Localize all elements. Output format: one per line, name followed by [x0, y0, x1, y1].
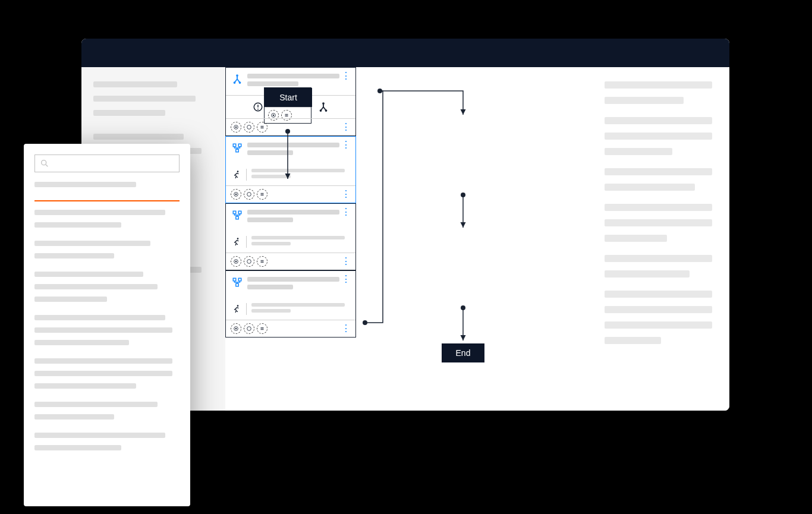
svg-point-26: [235, 261, 237, 263]
badge-icon: [244, 189, 254, 200]
more-menu-icon[interactable]: ⋮: [341, 210, 351, 215]
svg-point-3: [234, 81, 236, 84]
svg-point-42: [363, 320, 367, 325]
list-item[interactable]: [34, 445, 121, 450]
list-item[interactable]: [34, 241, 150, 246]
svg-rect-23: [236, 216, 239, 219]
svg-rect-29: [238, 278, 241, 281]
search-input[interactable]: [34, 154, 180, 172]
svg-rect-28: [233, 278, 236, 281]
task-detail-row: [226, 231, 355, 253]
svg-point-31: [237, 305, 239, 307]
merge-icon: [318, 102, 329, 112]
svg-point-24: [237, 238, 239, 239]
task-node[interactable]: ⋮ ⋮: [225, 203, 356, 270]
list-item[interactable]: [34, 383, 136, 389]
more-menu-icon[interactable]: ⋮: [341, 125, 351, 130]
list-item[interactable]: [34, 402, 158, 407]
task-detail-row: [226, 164, 355, 185]
list-item[interactable]: [34, 272, 143, 277]
more-menu-icon[interactable]: ⋮: [341, 326, 351, 331]
svg-point-27: [247, 260, 251, 264]
badge-icon: [257, 122, 267, 133]
list-item[interactable]: [34, 297, 107, 302]
search-panel[interactable]: [24, 144, 190, 506]
end-node[interactable]: End: [442, 343, 484, 362]
list-item[interactable]: [34, 327, 172, 333]
window-titlebar: [81, 39, 729, 67]
svg-rect-21: [233, 211, 236, 214]
end-node-label: End: [442, 343, 484, 362]
list-item[interactable]: [34, 210, 165, 215]
svg-point-1: [273, 115, 275, 116]
svg-point-43: [42, 160, 46, 165]
badge-icon: [231, 323, 241, 334]
running-person-icon: [232, 170, 241, 179]
svg-point-33: [235, 328, 237, 330]
svg-point-7: [257, 109, 259, 110]
list-item[interactable]: [34, 222, 121, 228]
running-person-icon: [232, 304, 241, 314]
svg-point-38: [461, 193, 465, 197]
svg-point-12: [235, 127, 237, 128]
svg-rect-14: [233, 144, 236, 147]
badge-icon: [231, 122, 241, 133]
badge-icon: [257, 189, 267, 200]
more-menu-icon[interactable]: ⋮: [341, 277, 351, 282]
badge-icon: [244, 122, 254, 133]
list-item[interactable]: [34, 414, 114, 420]
list-item[interactable]: [34, 253, 114, 258]
svg-rect-30: [236, 283, 239, 286]
badge-icon: [257, 256, 267, 267]
list-item[interactable]: [34, 340, 129, 345]
task-node-selected[interactable]: ⋮ ⋮: [225, 136, 356, 203]
badge-icon: [244, 323, 254, 334]
list-item[interactable]: [34, 358, 172, 364]
active-item[interactable]: [34, 182, 180, 201]
list-item[interactable]: [34, 433, 165, 438]
right-sidebar: [593, 67, 729, 411]
svg-rect-22: [238, 211, 241, 214]
running-person-icon: [232, 237, 241, 247]
flow-canvas[interactable]: Start ⋮: [225, 67, 593, 411]
svg-point-9: [319, 109, 322, 112]
svg-point-10: [325, 109, 327, 112]
badge-icon: [231, 256, 241, 267]
svg-rect-15: [238, 144, 241, 147]
badge-icon: [231, 189, 241, 200]
task-detail-row: [226, 298, 355, 320]
more-menu-icon[interactable]: ⋮: [341, 192, 351, 197]
badge-icon: [244, 256, 254, 267]
svg-point-4: [239, 81, 241, 84]
more-menu-icon[interactable]: ⋮: [341, 74, 351, 78]
svg-point-37: [377, 89, 382, 93]
hierarchy-icon: [232, 277, 243, 288]
merge-icon: [232, 74, 243, 84]
svg-point-19: [235, 194, 237, 195]
list-item[interactable]: [34, 371, 172, 376]
warning-icon: [253, 102, 263, 112]
list-item[interactable]: [34, 284, 158, 289]
more-menu-icon[interactable]: ⋮: [341, 143, 351, 147]
search-icon: [40, 159, 49, 168]
svg-point-20: [247, 193, 251, 197]
svg-rect-16: [236, 149, 239, 152]
svg-point-40: [461, 305, 465, 310]
hierarchy-icon: [232, 210, 243, 220]
svg-point-13: [247, 125, 251, 130]
hierarchy-icon: [232, 143, 243, 153]
task-node[interactable]: ⋮ ⋮: [225, 270, 356, 338]
svg-point-17: [237, 171, 239, 172]
svg-point-34: [247, 327, 251, 331]
svg-point-8: [322, 102, 325, 105]
list-item[interactable]: [34, 315, 165, 320]
more-menu-icon[interactable]: ⋮: [341, 259, 351, 264]
badge-icon: [257, 323, 267, 334]
svg-point-2: [236, 74, 238, 77]
svg-line-44: [46, 165, 48, 166]
